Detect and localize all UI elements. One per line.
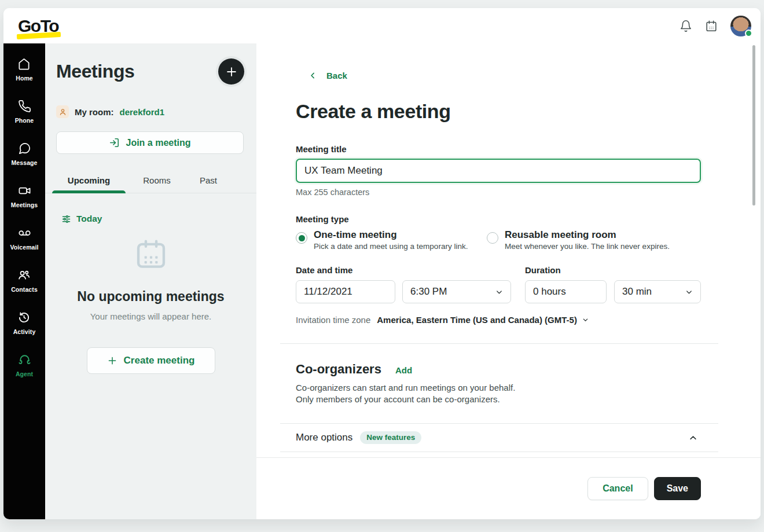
- vertical-scrollbar[interactable]: [752, 45, 755, 206]
- meeting-title-label: Meeting title: [296, 144, 761, 154]
- more-options-toggle[interactable]: More options New features: [296, 424, 701, 452]
- tab-past[interactable]: Past: [188, 170, 229, 193]
- my-room-label: My room:: [75, 107, 114, 117]
- chevron-down-icon: [582, 317, 589, 323]
- online-status-dot: [745, 30, 752, 37]
- voicemail-icon: [18, 226, 31, 240]
- sidebar-label: Message: [11, 159, 37, 166]
- meeting-title-input[interactable]: [296, 159, 701, 183]
- join-meeting-label: Join a meeting: [126, 138, 190, 148]
- section-divider: [280, 452, 718, 452]
- message-icon: [18, 142, 31, 155]
- radio-reusable-meeting-room[interactable]: Reusable meeting room Meet whenever you …: [487, 229, 670, 251]
- new-meeting-plus-button[interactable]: [218, 58, 244, 85]
- sidebar-item-meetings[interactable]: Meetings: [11, 184, 38, 208]
- my-room-row: My room: derekford1: [45, 105, 256, 118]
- meeting-type-label: Meeting type: [296, 214, 761, 224]
- my-room-link[interactable]: derekford1: [120, 107, 165, 117]
- empty-calendar-icon: [133, 237, 169, 273]
- logo-text: GoTo: [18, 16, 58, 35]
- goto-logo[interactable]: GoTo: [18, 17, 58, 35]
- chevron-up-icon: [689, 434, 697, 442]
- sidebar-item-agent[interactable]: Agent: [16, 353, 33, 377]
- person-icon: [56, 105, 69, 118]
- sidebar-item-activity[interactable]: Activity: [13, 311, 36, 335]
- radio-option-title: One-time meeting: [314, 229, 468, 241]
- sidebar-item-message[interactable]: Message: [11, 142, 37, 166]
- phone-icon: [18, 100, 31, 113]
- duration-label: Duration: [525, 265, 561, 275]
- bell-icon[interactable]: [679, 20, 692, 32]
- today-filter[interactable]: Today: [61, 214, 256, 224]
- nav-sidebar: Home Phone Message Meetings Voicemail Co…: [3, 43, 45, 519]
- today-label: Today: [76, 214, 102, 224]
- history-icon: [17, 311, 31, 324]
- tab-rooms[interactable]: Rooms: [137, 170, 177, 193]
- video-camera-icon: [18, 184, 31, 197]
- calendar-icon[interactable]: [705, 20, 718, 32]
- new-features-badge: New features: [360, 431, 421, 444]
- add-co-organizer-link[interactable]: Add: [395, 365, 412, 375]
- panel-tabs: Upcoming Rooms Past: [45, 170, 256, 193]
- time-zone-value: America, Eastern Time (US and Canada) (G…: [377, 315, 577, 325]
- radio-selected-icon: [296, 232, 307, 244]
- co-organizers-description: Co-organizers can start and run meetings…: [296, 382, 761, 405]
- sidebar-label: Phone: [15, 117, 34, 124]
- back-link[interactable]: Back: [309, 71, 761, 80]
- back-label: Back: [326, 71, 347, 80]
- top-bar: GoTo: [3, 8, 761, 43]
- section-divider: [280, 343, 718, 344]
- panel-title: Meetings: [56, 61, 135, 82]
- sidebar-item-home[interactable]: Home: [16, 57, 33, 82]
- create-meeting-button[interactable]: Create meeting: [87, 347, 215, 374]
- home-icon: [17, 57, 31, 71]
- create-meeting-label: Create meeting: [124, 355, 195, 366]
- radio-option-title: Reusable meeting room: [505, 229, 670, 241]
- plus-icon: [107, 355, 117, 366]
- empty-state-subtitle: Your meetings will appear here.: [90, 311, 212, 321]
- sidebar-label: Meetings: [11, 201, 38, 208]
- filter-sliders-icon: [61, 214, 71, 224]
- sidebar-label: Contacts: [11, 286, 38, 293]
- chevron-left-icon: [309, 72, 317, 79]
- time-select[interactable]: 6:30 PM: [402, 280, 511, 303]
- page-title: Create a meeting: [296, 100, 761, 123]
- chevron-down-icon: [495, 288, 503, 296]
- user-avatar[interactable]: [730, 16, 751, 36]
- description-line: Only members of your account can be co-o…: [296, 394, 761, 405]
- app-window: GoTo Home Phone Message: [3, 8, 761, 519]
- time-zone-row: Invitation time zone America, Eastern Ti…: [296, 315, 761, 325]
- sidebar-label: Home: [16, 75, 33, 82]
- form-footer: Cancel Save: [256, 457, 761, 519]
- cancel-button[interactable]: Cancel: [587, 477, 648, 500]
- chevron-down-icon: [685, 288, 693, 296]
- time-zone-select[interactable]: America, Eastern Time (US and Canada) (G…: [377, 315, 589, 325]
- duration-minutes-select[interactable]: 30 min: [614, 280, 701, 303]
- time-select-value: 6:30 PM: [410, 286, 447, 298]
- sidebar-item-voicemail[interactable]: Voicemail: [10, 226, 38, 251]
- create-meeting-form: Back Create a meeting Meeting title Max …: [256, 43, 761, 519]
- app-body: Home Phone Message Meetings Voicemail Co…: [3, 43, 761, 519]
- sign-in-icon: [109, 137, 120, 148]
- empty-state: No upcoming meetings Your meetings will …: [45, 237, 256, 374]
- radio-unselected-icon: [487, 232, 498, 244]
- sidebar-item-contacts[interactable]: Contacts: [11, 269, 38, 293]
- duration-hours-input[interactable]: 0 hours: [525, 280, 607, 303]
- sidebar-label: Agent: [16, 370, 33, 377]
- date-input[interactable]: 11/12/2021: [296, 280, 395, 303]
- description-line: Co-organizers can start and run meetings…: [296, 382, 761, 394]
- date-time-fields: 11/12/2021 6:30 PM 0 hours 30 min: [296, 280, 761, 303]
- radio-one-time-meeting[interactable]: One-time meeting Pick a date and meet us…: [296, 229, 472, 251]
- join-meeting-button[interactable]: Join a meeting: [56, 131, 244, 154]
- tab-upcoming[interactable]: Upcoming: [52, 170, 126, 193]
- save-button[interactable]: Save: [654, 477, 701, 500]
- time-zone-label: Invitation time zone: [296, 315, 370, 325]
- sidebar-item-phone[interactable]: Phone: [15, 100, 34, 124]
- plus-icon: [225, 65, 238, 78]
- co-organizers-title: Co-organizers: [296, 362, 381, 377]
- sidebar-label: Voicemail: [10, 244, 38, 251]
- top-bar-actions: [679, 16, 751, 36]
- empty-state-title: No upcoming meetings: [77, 289, 224, 304]
- sidebar-label: Activity: [13, 328, 36, 335]
- contacts-icon: [17, 269, 31, 282]
